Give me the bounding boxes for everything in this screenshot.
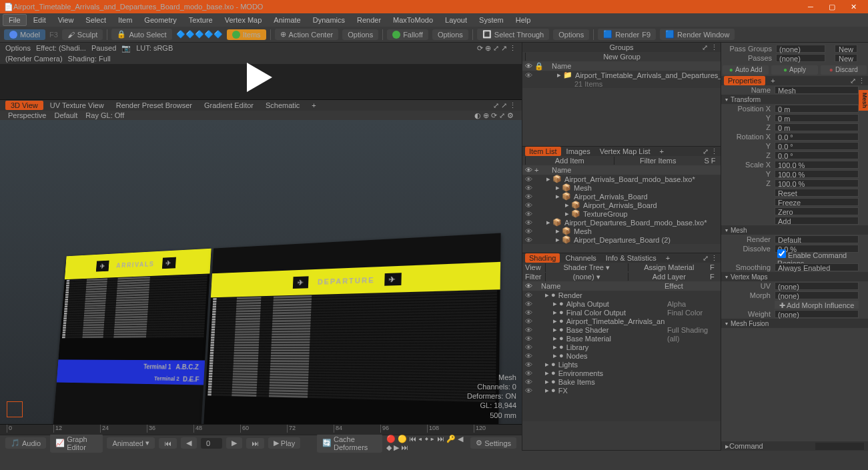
renderwindow-button[interactable]: 🟦 Render Window xyxy=(660,29,735,40)
uv-dropdown[interactable]: (none) xyxy=(775,282,859,290)
item-row[interactable]: 👁▸ 📦Airport_Arrivals_Board xyxy=(522,201,721,209)
shader-row[interactable]: 👁▸ ●Library xyxy=(522,343,721,351)
menu-animate[interactable]: Animate xyxy=(268,15,306,25)
mesh-section[interactable]: Mesh xyxy=(721,225,868,235)
menu-file[interactable]: File xyxy=(3,14,27,26)
tab-images[interactable]: Images xyxy=(562,147,594,156)
posx-field[interactable]: 0 m xyxy=(775,105,859,113)
item-row[interactable]: 👁▸ 📦Airport_Arrivals_Board xyxy=(522,192,721,201)
viewport-nav-icons[interactable]: ◐ ⊕ ⟳ ⤢ ⚙ xyxy=(474,111,514,120)
autoadd-button[interactable]: Auto Add xyxy=(723,65,769,75)
settings-button[interactable]: ⚙ Settings xyxy=(470,437,516,449)
maximize-button[interactable]: ▢ xyxy=(821,0,843,13)
render-preview[interactable]: Options Effect: (Shadi... Paused 📷 LUT: … xyxy=(0,43,522,100)
tab-vertexmaplist[interactable]: Vertex Map List xyxy=(596,147,655,156)
expand-icon[interactable]: ⤢ xyxy=(702,43,708,52)
tab-uvtexture[interactable]: UV Texture View xyxy=(45,101,109,110)
step-fwd-button[interactable]: ▶ xyxy=(226,437,242,449)
tab-channels[interactable]: Channels xyxy=(561,253,600,263)
menu-system[interactable]: System xyxy=(474,15,509,25)
transform-section[interactable]: Transform xyxy=(721,95,868,104)
menu-geometry[interactable]: Geometry xyxy=(139,15,181,25)
frame-field[interactable]: 0 xyxy=(201,438,222,449)
item-row[interactable]: 👁▸ 📦Airport_Arrivals_Board_modo_base.lxo… xyxy=(522,175,721,183)
close-button[interactable]: ✕ xyxy=(843,0,864,13)
shader-row[interactable]: 👁▸ ●Render xyxy=(522,291,721,299)
posy-field[interactable]: 0 m xyxy=(775,114,859,122)
name-field[interactable]: Mesh xyxy=(775,86,859,94)
goto-end-button[interactable]: ⏭ xyxy=(246,438,264,449)
play-icon[interactable] xyxy=(247,63,272,92)
shader-row[interactable]: 👁▸ ●Lights xyxy=(522,360,721,369)
menu-edit[interactable]: Edit xyxy=(28,15,51,25)
menu-item[interactable]: Item xyxy=(113,15,137,25)
tab-shading[interactable]: Shading xyxy=(525,253,560,263)
step-back-button[interactable]: ◀ xyxy=(181,437,197,449)
options-button-3[interactable]: Options xyxy=(553,29,589,40)
sclz-field[interactable]: 100.0 % xyxy=(775,179,859,187)
rotz-field[interactable]: 0.0 ° xyxy=(775,151,859,159)
view-default[interactable]: Default xyxy=(54,111,77,119)
preview-lut[interactable]: LUT: sRGB xyxy=(136,44,173,52)
model-mode-button[interactable]: Model xyxy=(4,29,45,40)
play-button[interactable]: ▶ Play xyxy=(268,437,300,449)
preview-options[interactable]: Options xyxy=(5,44,31,52)
shader-row[interactable]: 👁▸ ●Bake Items xyxy=(522,377,721,386)
view-perspective[interactable]: Perspective xyxy=(8,111,46,119)
passgroups-dropdown[interactable]: (none) xyxy=(776,45,825,53)
additem-button[interactable]: Add Item xyxy=(525,157,614,165)
roty-field[interactable]: 0.0 ° xyxy=(775,142,859,150)
add-button[interactable]: Add xyxy=(775,217,859,225)
item-row[interactable]: 👁▸ 📦Mesh xyxy=(522,227,721,235)
options-button-2[interactable]: Options xyxy=(432,29,468,40)
shadertree-dropdown[interactable]: Shader Tree ▾ xyxy=(545,263,628,272)
preview-shading[interactable]: Shading: Full xyxy=(68,55,111,63)
scly-field[interactable]: 100.0 % xyxy=(775,170,859,178)
tab-renderpreset[interactable]: Render Preset Browser xyxy=(111,101,197,110)
tab-add[interactable]: + xyxy=(662,253,674,263)
menu-select[interactable]: Select xyxy=(80,15,111,25)
menu-vertexmap[interactable]: Vertex Map xyxy=(220,15,268,25)
shader-row[interactable]: 👁▸ ●FX xyxy=(522,386,721,395)
group-row[interactable]: 👁▸ 📁Airport_Timetable_Arrivals_and_Depar… xyxy=(522,71,721,79)
cache-button[interactable]: 🔄 Cache Deformers xyxy=(317,434,382,453)
posz-field[interactable]: 0 m xyxy=(775,123,859,131)
preview-control-icon[interactable]: ⟳ ⊕ ⤢ ↗ ⋮ xyxy=(477,44,516,53)
menu-dynamics[interactable]: Dynamics xyxy=(308,15,350,25)
menu-render[interactable]: Render xyxy=(352,15,386,25)
tab-info[interactable]: Info & Statistics xyxy=(602,253,661,263)
menu-layout[interactable]: Layout xyxy=(440,15,472,25)
shader-row[interactable]: 👁▸ ●Alpha OutputAlpha xyxy=(522,299,721,308)
morph-dropdown[interactable]: (none) xyxy=(775,291,859,299)
meshfusion-section[interactable]: Mesh Fusion xyxy=(721,319,868,328)
sculpt-mode-button[interactable]: 🖌 Sculpt xyxy=(62,29,103,40)
rotx-field[interactable]: 0.0 ° xyxy=(775,133,859,141)
selmode-icons[interactable]: 🔷🔷🔷🔷🔷 xyxy=(176,30,223,39)
viewport-controls-icon[interactable]: ⤢ ↗ ⋮ xyxy=(493,101,516,110)
timeline[interactable]: 01224364860728496108120 xyxy=(0,424,522,435)
new-button[interactable]: New xyxy=(835,45,857,53)
menu-icon[interactable]: ⋮ xyxy=(711,43,718,52)
menu-view[interactable]: View xyxy=(53,15,79,25)
tab-add[interactable]: + xyxy=(306,101,321,110)
sidetab-mesh[interactable]: Mesh xyxy=(859,90,868,111)
reset-button[interactable]: Reset xyxy=(775,189,859,197)
shader-row[interactable]: 👁▸ ●Nodes xyxy=(522,351,721,360)
assignmaterial-button[interactable]: Assign Material xyxy=(628,263,711,271)
preview-effect[interactable]: Effect: (Shadi... xyxy=(36,44,86,52)
menu-maxtomodo[interactable]: MaxToModo xyxy=(388,15,438,25)
vertexmaps-section[interactable]: Vertex Maps xyxy=(721,272,868,281)
key-icons[interactable]: 🔴 🟡 ⏮ ◀ ◆ ▶ ⏭ 🔑 ◀ ◆ ▶ ⏭ xyxy=(386,435,466,452)
menu-texture[interactable]: Texture xyxy=(183,15,218,25)
addmorph-button[interactable]: ✚ Add Morph Influence xyxy=(775,301,859,309)
tab-schematic[interactable]: Schematic xyxy=(260,101,305,110)
shader-row[interactable]: 👁▸ ●Environments xyxy=(522,369,721,377)
zero-button[interactable]: Zero xyxy=(775,207,859,215)
preview-camera[interactable]: (Render Camera) xyxy=(5,55,63,63)
discard-button[interactable]: Discard xyxy=(821,65,867,75)
item-row[interactable]: 👁▸ 📦Airport_Departures_Board (2) xyxy=(522,235,721,244)
view-raygl[interactable]: Ray GL: Off xyxy=(85,111,124,119)
actioncenter-button[interactable]: ⊕ Action Center xyxy=(275,29,339,40)
weight-dropdown[interactable]: (none) xyxy=(775,310,859,318)
command-input[interactable] xyxy=(815,443,864,450)
